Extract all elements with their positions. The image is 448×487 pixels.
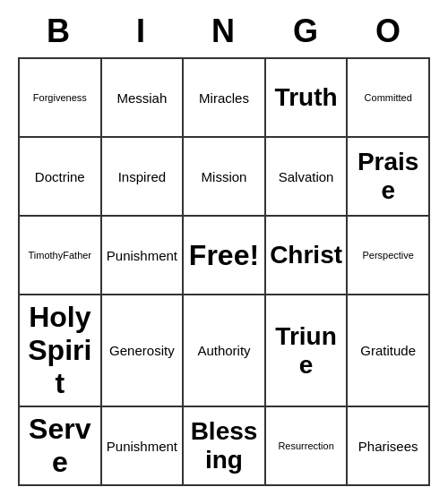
cell-r0-c1: Messiah [102, 59, 185, 138]
cell-r0-c3: Truth [266, 59, 349, 138]
cell-r4-c3: Resurrection [266, 407, 349, 486]
cell-r3-c3: Triune [266, 295, 349, 407]
cell-r4-c0: Serve [20, 407, 102, 486]
cell-r2-c1: Punishment [102, 217, 185, 295]
header-letter-G: G [265, 9, 348, 57]
cell-r3-c2: Authority [184, 295, 266, 407]
header-letter-B: B [18, 9, 100, 57]
cell-r0-c0: Forgiveness [20, 59, 102, 138]
cell-r4-c4: Pharisees [348, 407, 430, 486]
bingo-header: BINGO [18, 9, 430, 57]
cell-r1-c2: Mission [184, 138, 266, 217]
cell-r3-c0: Holy Spirit [20, 295, 102, 407]
cell-r2-c2: Free! [184, 217, 266, 295]
cell-r2-c3: Christ [266, 217, 349, 295]
cell-r4-c2: Blessing [184, 407, 266, 486]
cell-r4-c1: Punishment [102, 407, 185, 486]
cell-r1-c0: Doctrine [20, 138, 102, 217]
bingo-grid: ForgivenessMessiahMiraclesTruthCommitted… [18, 57, 430, 486]
cell-r1-c1: Inspired [102, 138, 185, 217]
bingo-card: BINGO ForgivenessMessiahMiraclesTruthCom… [9, 0, 439, 487]
cell-r2-c4: Perspective [348, 217, 430, 295]
cell-r3-c4: Gratitude [348, 295, 430, 407]
cell-r3-c1: Generosity [102, 295, 185, 407]
cell-r0-c2: Miracles [184, 59, 266, 138]
cell-r2-c0: TimothyFather [20, 217, 102, 295]
header-letter-I: I [100, 9, 183, 57]
header-letter-O: O [348, 9, 430, 57]
header-letter-N: N [183, 9, 265, 57]
cell-r1-c3: Salvation [266, 138, 349, 217]
cell-r0-c4: Committed [348, 59, 430, 138]
cell-r1-c4: Praise [348, 138, 430, 217]
